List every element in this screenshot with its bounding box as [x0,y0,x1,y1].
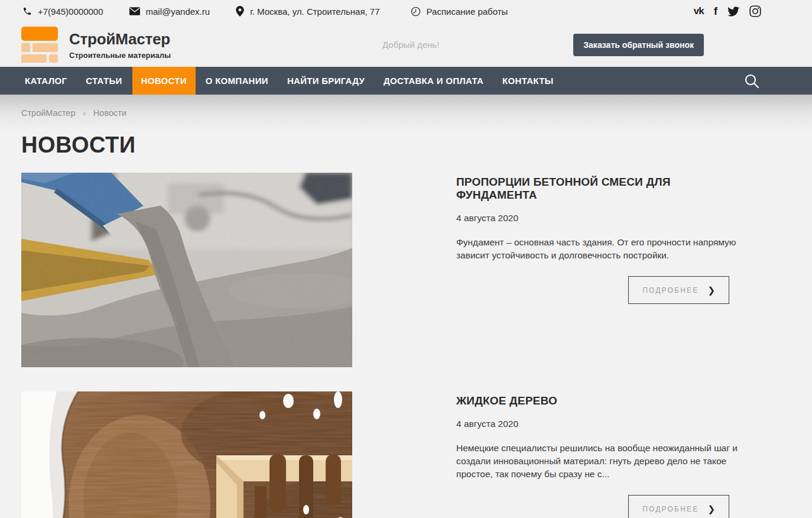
clock-icon [411,7,421,17]
email-link[interactable]: mail@yandex.ru [129,7,210,17]
page-title: НОВОСТИ [21,132,791,158]
greeting-text: Добрый день! [382,40,439,50]
address-text: г. Москва, ул. Строительная, 77 [250,7,379,17]
chevron-right-icon: › [83,109,86,118]
chevron-right-icon: ❯ [707,286,715,294]
phone-icon [22,7,32,16]
social-links: vk f [694,4,761,18]
nav-item-articles[interactable]: СТАТЬИ [77,67,131,95]
news-title: ЖИДКОЕ ДЕРЕВО [456,394,743,407]
phone-link[interactable]: +7(945)0000000 [22,7,103,17]
read-more-label: ПОДРОБНЕЕ [642,505,699,513]
callback-button[interactable]: Заказать обратный звонок [573,34,704,56]
news-body: ПРОПОРЦИИ БЕТОННОЙ СМЕСИ ДЛЯ ФУНДАМЕНТА … [456,173,743,304]
twitter-icon[interactable] [727,4,739,18]
brand-title[interactable]: СтройМастер [69,30,171,48]
read-more-label: ПОДРОБНЕЕ [642,286,699,294]
nav-item-contacts[interactable]: КОНТАКТЫ [493,67,562,95]
instagram-icon[interactable] [749,4,761,18]
news-date: 4 августа 2020 [456,419,743,429]
main-nav: КАТАЛОГ СТАТЬИ НОВОСТИ О КОМПАНИИ НАЙТИ … [0,67,812,95]
nav-item-catalog[interactable]: КАТАЛОГ [16,67,76,95]
chevron-right-icon: ❯ [707,504,715,513]
page: +7(945)0000000 mail@yandex.ru г. Москва,… [0,0,812,518]
nav-item-find-crew[interactable]: НАЙТИ БРИГАДУ [278,67,373,95]
news-excerpt: Фундамент – основная часть здания. От ег… [456,236,743,262]
vk-icon[interactable]: vk [694,4,704,18]
news-title: ПРОПОРЦИИ БЕТОННОЙ СМЕСИ ДЛЯ ФУНДАМЕНТА [456,176,743,202]
phone-number: +7(945)0000000 [38,7,103,17]
schedule-link[interactable]: Расписание работы [411,7,508,17]
brand-logo[interactable] [21,27,58,63]
nav-item-about[interactable]: О КОМПАНИИ [197,67,277,95]
breadcrumb: СтройМастер › Новости [21,95,791,118]
nav-item-news[interactable]: НОВОСТИ [132,67,196,95]
topbar: +7(945)0000000 mail@yandex.ru г. Москва,… [0,0,812,22]
location-pin-icon [236,6,244,17]
news-list-item: ПРОПОРЦИИ БЕТОННОЙ СМЕСИ ДЛЯ ФУНДАМЕНТА … [21,173,791,367]
brand-block: СтройМастер Строительные материалы [69,30,171,60]
breadcrumb-current: Новости [93,108,126,118]
content: СтройМастер › Новости НОВОСТИ [0,95,812,518]
read-more-button[interactable]: ПОДРОБНЕЕ ❯ [628,495,729,518]
address-block: г. Москва, ул. Строительная, 77 [236,6,379,17]
news-image-liquid-wood[interactable] [21,391,352,518]
header: СтройМастер Строительные материалы Добры… [0,22,812,67]
search-icon[interactable] [743,67,760,95]
news-excerpt: Немецкие специалисты решились на вообще … [456,442,743,481]
nav-item-delivery[interactable]: ДОСТАВКА И ОПЛАТА [375,67,492,95]
brand-tagline: Строительные материалы [69,51,171,60]
news-list-item: ЖИДКОЕ ДЕРЕВО 4 августа 2020 Немецкие сп… [21,391,791,518]
read-more-button[interactable]: ПОДРОБНЕЕ ❯ [628,276,729,304]
schedule-text: Расписание работы [427,7,508,17]
email-text: mail@yandex.ru [146,7,210,17]
facebook-icon[interactable]: f [714,4,717,18]
news-image-concrete-pouring[interactable] [21,173,352,367]
news-body: ЖИДКОЕ ДЕРЕВО 4 августа 2020 Немецкие сп… [456,391,743,518]
news-date: 4 августа 2020 [456,213,743,224]
envelope-icon [129,7,140,15]
breadcrumb-home[interactable]: СтройМастер [21,108,76,118]
logo-orange-block [21,27,58,41]
